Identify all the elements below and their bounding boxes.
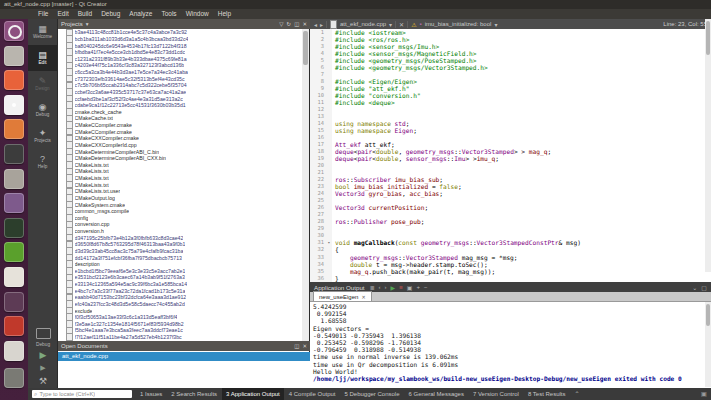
window-titlebar[interactable]: att_ekf_node.cpp [master] - Qt Creator xyxy=(0,0,711,9)
tree-scrollbar[interactable] xyxy=(302,29,309,341)
attach-icon[interactable]: ▣ xyxy=(407,284,413,291)
output-tab[interactable]: new_useEigen ✕ xyxy=(313,291,372,301)
tree-item[interactable]: d3d39c33ab45cc8ac3c75a79e4cfafb9fcac31ba xyxy=(66,248,303,255)
menu-debug[interactable]: Debug xyxy=(101,9,120,19)
files-icon[interactable] xyxy=(4,46,24,66)
chrome-icon[interactable] xyxy=(4,95,24,115)
tree-item[interactable]: config xyxy=(66,215,303,222)
kazam-icon[interactable] xyxy=(4,193,24,213)
menu-help[interactable]: Help xyxy=(218,9,231,19)
tree-item[interactable]: cmake.check_cache xyxy=(66,109,303,116)
virtualbox-icon[interactable] xyxy=(4,119,24,139)
prev-item-icon[interactable]: ‹ xyxy=(379,284,381,290)
output-pane-button[interactable]: 6 General Messages xyxy=(405,388,468,400)
open-documents-header[interactable]: Open Documents ◫✕ xyxy=(58,341,310,351)
tree-item[interactable]: eaabb40d7153bc23bf32dcfca64e3aaa3d1ae912 xyxy=(66,294,303,301)
maximize-output-icon[interactable]: ▣ xyxy=(701,390,707,398)
trash-icon[interactable] xyxy=(4,368,24,388)
tree-item[interactable]: CMakeCache.txt xyxy=(66,115,303,122)
projects-panel-header[interactable]: Projects ▾ ▽↻◫✕ xyxy=(58,19,310,29)
tree-item[interactable]: CMakeLists.txt xyxy=(66,181,303,188)
mode-projects[interactable]: ✦Projects xyxy=(28,123,57,149)
output-pane-button[interactable]: 5 Debugger Console xyxy=(340,388,403,400)
package-manager-icon[interactable] xyxy=(4,242,24,262)
menu-edit[interactable]: Edit xyxy=(57,9,68,19)
shopping-bag-icon[interactable] xyxy=(4,316,24,336)
ros-terminal-icon[interactable] xyxy=(4,218,24,238)
debug-run-button[interactable]: ▶ xyxy=(40,363,45,373)
tree-item[interactable]: common_msgs.compile xyxy=(66,208,303,215)
tree-item[interactable]: b3ae4113c48cc81b1cce4e5c37c4a3abce7a3c92 xyxy=(66,29,303,36)
menu-file[interactable]: File xyxy=(38,9,48,19)
tree-item[interactable]: CMakeCXXCompiler.cmake xyxy=(66,135,303,142)
run-icon[interactable]: ▶ xyxy=(391,284,396,291)
tree-item[interactable]: f0f3cf50653a13ae33f3c6c1a313d5eaff3bf6f4 xyxy=(66,314,303,321)
menu-analyze[interactable]: Analyze xyxy=(129,9,152,19)
menu-build[interactable]: Build xyxy=(78,9,92,19)
open-document-item[interactable]: att_ekf_node.cpp xyxy=(58,352,310,361)
notes-icon[interactable] xyxy=(4,267,24,287)
tree-item[interactable]: e4bc7c7a3c33f77aa23c72da1fcad1b173c5e31a xyxy=(66,287,303,294)
split-icon[interactable]: ◫ xyxy=(294,21,299,27)
tree-item[interactable]: CMakeSystem.cmake xyxy=(66,201,303,208)
close-icon[interactable]: ✕ xyxy=(302,21,307,27)
open-file-name[interactable]: att_ekf_node.cpp xyxy=(340,21,386,27)
tree-item[interactable]: e33134c12365a594e5ac9c39f6bc3a1e585bca14 xyxy=(66,281,303,288)
tree-item[interactable]: ccfaebd3be1af3cf52f3c4ae4e3a31d5ae313a2c xyxy=(66,95,303,102)
chevron-down-icon[interactable]: ▾ xyxy=(86,21,89,27)
editor-scrollbar[interactable] xyxy=(705,19,711,272)
tree-item[interactable]: CMakeLists.txt.user xyxy=(66,188,303,195)
tree-item[interactable]: cdabe9ca1f12c22713e5cc41531f3630b03b35d1 xyxy=(66,102,303,109)
tree-item[interactable]: conversion.cpp xyxy=(66,221,303,228)
tree-item[interactable]: exclude xyxy=(66,307,303,314)
tree-item[interactable]: CMakeDetermineCompilerABI_CXX.bin xyxy=(66,155,303,162)
tree-item[interactable]: bfbdba41f7ec4e5cce3cb1dbd5e4e83c73dd1cdc xyxy=(66,49,303,56)
tree-item[interactable]: ba8040245dc6e9543e4534b17fc13d7122b4f318 xyxy=(66,42,303,49)
dash-home-icon[interactable] xyxy=(4,21,24,41)
output-pane-button[interactable]: 4 Compile Output xyxy=(285,388,340,400)
tree-item[interactable]: f7f12aef11f51a11be4a27a5d527eb4b1237f3bc xyxy=(66,334,303,341)
tree-item[interactable]: d3650f8d67b8c5763295d78f46313baa43a9f0b1 xyxy=(66,241,303,248)
close-document-icon[interactable]: ✕ xyxy=(399,21,404,28)
mode-welcome[interactable]: ▦Welcome xyxy=(28,19,57,45)
tree-item[interactable]: c1231a2331f89b3b33e4b333dbae4375c69fe81a xyxy=(66,56,303,63)
tree-item[interactable]: d347195c25bfb73e4b12a3f0fbfb633c8d3cae42 xyxy=(66,234,303,241)
output-pane-button[interactable]: 7 Version Control xyxy=(469,388,523,400)
output-pane-button[interactable]: 2 Search Results xyxy=(167,388,221,400)
code-area[interactable]: 1#include <iostream>2#include <ros/ros.h… xyxy=(310,29,711,282)
locator-field[interactable]: ⌕ Type to locate (Ctrl+K) xyxy=(32,390,132,398)
project-file-tree[interactable]: b3ae4113c48cc81b1cce4e5c37c4a3abce7a3c92… xyxy=(58,29,303,341)
split-icon[interactable]: ◫ xyxy=(294,343,299,349)
tree-item[interactable]: c6cc5a3ca3b4e44b3d3ae17e5ce7a34ec3c41aba xyxy=(66,69,303,76)
tree-item[interactable]: CMakeOutput.log xyxy=(66,195,303,202)
filter-icon[interactable]: ▽ xyxy=(279,21,283,27)
tree-item[interactable]: e1bcbd1f5bc79eeaf6e5e3c3e33c5e3acc7ab2e1 xyxy=(66,268,303,275)
output-console[interactable]: 5.4242599 0.992154 1.68558Eigen vectors … xyxy=(310,302,711,387)
tree-item[interactable]: CMakeDetermineCompilerABI_C.bin xyxy=(66,148,303,155)
scroll-lock-icon[interactable]: ≣ xyxy=(370,284,375,291)
open-documents-list[interactable]: att_ekf_node.cpp xyxy=(58,352,310,388)
tree-item[interactable]: efc40a237fcc3c48d3d5e58c5daecc74c455ab2d xyxy=(66,301,303,308)
tree-item[interactable]: CMakeCCompiler.cmake xyxy=(66,128,303,135)
mode-debug[interactable]: ◉Debug xyxy=(28,97,57,123)
maximize-icon[interactable]: ▢ xyxy=(701,284,707,291)
tree-item[interactable]: e3531bcf2123e6b3caec67a14b3ab9f51f2763a3 xyxy=(66,274,303,281)
output-pane-button[interactable]: 3 Application Output xyxy=(222,388,284,400)
stop-icon[interactable]: ■ xyxy=(399,284,403,290)
text-editor-icon[interactable] xyxy=(4,169,24,189)
output-pane-button[interactable]: 8 Test Results xyxy=(524,388,570,400)
tree-item[interactable]: f3e5ae1c327c1354e1814f5671ef83f5934d98b2 xyxy=(66,321,303,328)
ubuntu-software-icon[interactable] xyxy=(4,70,24,90)
tree-item[interactable]: c4203e44f75c1a336cf3c83a327123f3abcd136b xyxy=(66,62,303,69)
tree-item[interactable]: CMakeLists.txt xyxy=(66,168,303,175)
menu-tools[interactable]: Tools xyxy=(161,9,176,19)
history-icon[interactable] xyxy=(4,292,24,312)
documents-icon[interactable] xyxy=(4,341,24,361)
mode-help[interactable]: ?Help xyxy=(28,149,57,175)
tree-item[interactable]: CMakeLists.txt xyxy=(66,162,303,169)
mode-design[interactable]: ✎Design xyxy=(28,71,57,97)
collapse-icon[interactable]: ⌄ xyxy=(692,284,697,291)
mode-edit[interactable]: ▤Edit xyxy=(28,45,57,71)
forward-icon[interactable]: ▸ xyxy=(320,21,323,28)
tree-item[interactable]: c7372303efb33614ae5c32f5313b5ef4e43cd35c xyxy=(66,75,303,82)
